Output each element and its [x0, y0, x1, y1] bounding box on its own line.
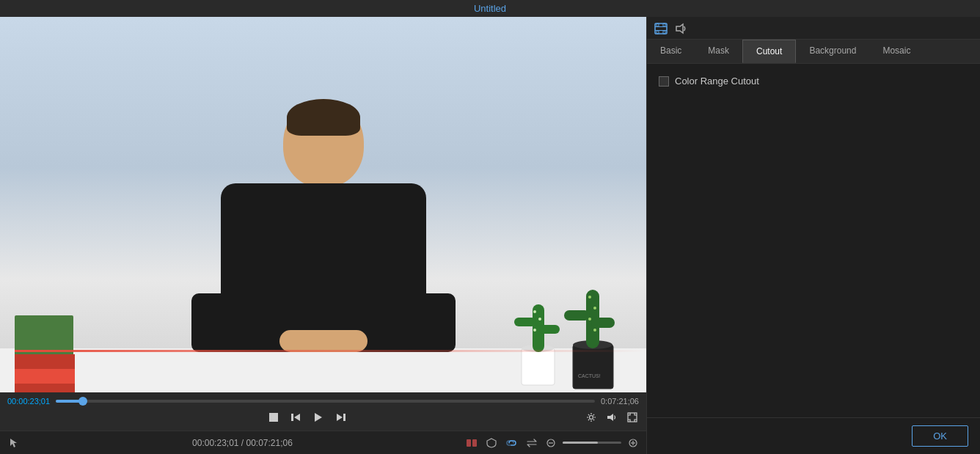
play-button[interactable] — [311, 410, 326, 425]
next-frame-button[interactable] — [334, 411, 348, 424]
volume-button[interactable] — [605, 411, 618, 424]
ok-button[interactable]: OK — [912, 425, 968, 447]
svg-point-16 — [593, 329, 596, 332]
settings-button[interactable] — [585, 411, 598, 424]
svg-point-6 — [538, 318, 541, 321]
svg-point-24 — [590, 416, 593, 420]
svg-marker-27 — [10, 439, 17, 447]
plus-zoom-button[interactable] — [627, 437, 639, 449]
playback-right — [585, 411, 639, 424]
time-current: 00:00:23;01 — [7, 397, 50, 406]
person-hands — [279, 330, 368, 352]
minus-zoom-button[interactable] — [545, 437, 557, 449]
tab-background[interactable]: Background — [796, 40, 869, 63]
svg-rect-29 — [472, 439, 477, 447]
video-panel: CACTUS! 00:00:23;01 0:07:21;06 — [0, 17, 646, 454]
person-figure — [221, 99, 426, 352]
video-container: CACTUS! — [0, 17, 646, 392]
right-panel: Basic Mask Cutout Background Mosaic Colo… — [646, 17, 980, 454]
swap-button[interactable] — [524, 436, 539, 450]
stop-button[interactable] — [267, 411, 280, 424]
progress-track[interactable] — [56, 400, 595, 403]
panel-footer: OK — [647, 417, 980, 454]
progress-thumb[interactable] — [78, 397, 87, 406]
svg-point-15 — [588, 318, 591, 321]
svg-marker-22 — [337, 414, 343, 421]
book-red1 — [15, 354, 75, 370]
svg-point-7 — [533, 329, 536, 332]
svg-rect-23 — [343, 414, 345, 421]
controls-bar: 00:00:23;01 0:07:21;06 — [0, 392, 646, 431]
playback-center — [267, 410, 348, 425]
svg-rect-11 — [564, 310, 590, 321]
tool-cursor-button[interactable] — [7, 436, 21, 450]
main-content: CACTUS! 00:00:23;01 0:07:21;06 — [0, 17, 980, 454]
shield-button[interactable] — [485, 436, 498, 450]
svg-rect-28 — [467, 439, 471, 447]
window-title: Untitled — [474, 3, 506, 14]
tabs-row: Basic Mask Cutout Background Mosaic — [647, 40, 980, 64]
status-bar: 00:00:23;01 / 00:07:21;06 — [0, 431, 646, 454]
svg-rect-3 — [514, 318, 536, 326]
svg-point-5 — [533, 310, 536, 313]
timeline-row: 00:00:23;01 0:07:21;06 — [7, 395, 639, 407]
svg-rect-4 — [539, 325, 560, 334]
title-bar: Untitled — [0, 0, 980, 17]
tab-cutout[interactable]: Cutout — [742, 40, 796, 63]
audio-icon[interactable] — [675, 21, 687, 34]
tab-basic[interactable]: Basic — [647, 40, 695, 63]
svg-rect-12 — [591, 318, 615, 328]
svg-point-13 — [588, 296, 591, 299]
cactus-svg: CACTUS! — [507, 260, 624, 392]
svg-rect-18 — [269, 413, 278, 422]
video-preview: CACTUS! — [0, 17, 646, 392]
fullscreen-button[interactable] — [626, 411, 639, 424]
svg-marker-25 — [607, 414, 613, 421]
svg-marker-19 — [294, 414, 300, 421]
prev-frame-button[interactable] — [289, 411, 302, 424]
person-hair — [287, 99, 360, 136]
book-red3 — [15, 384, 75, 392]
color-range-checkbox[interactable] — [659, 76, 669, 87]
red-accent-line — [15, 350, 646, 352]
zoom-slider[interactable] — [563, 442, 621, 444]
tab-mosaic[interactable]: Mosaic — [869, 40, 924, 63]
person-body — [221, 183, 426, 352]
status-tools — [464, 436, 639, 450]
time-total: 0:07:21;06 — [601, 397, 639, 406]
clip-tool-button[interactable] — [464, 436, 479, 450]
playback-row — [7, 407, 639, 428]
book-red2 — [15, 369, 75, 385]
tab-mask[interactable]: Mask — [695, 40, 742, 63]
books-decoration — [15, 304, 81, 392]
status-time: 00:00:23;01 / 00:07:21;06 — [21, 438, 464, 448]
person-head — [283, 99, 364, 187]
svg-rect-26 — [628, 413, 637, 422]
link-button[interactable] — [504, 436, 519, 450]
svg-marker-21 — [315, 413, 322, 422]
cactus-decoration: CACTUS! — [507, 260, 624, 392]
panel-content: Color Range Cutout — [647, 64, 980, 417]
film-icon[interactable] — [654, 21, 668, 34]
zoom-fill — [563, 442, 598, 444]
svg-rect-0 — [522, 348, 555, 385]
svg-text:CACTUS!: CACTUS! — [578, 373, 601, 378]
panel-top-bar — [647, 17, 980, 40]
color-range-cutout-row: Color Range Cutout — [659, 76, 968, 87]
person-arms — [191, 293, 456, 352]
color-range-label: Color Range Cutout — [675, 76, 759, 87]
svg-point-14 — [593, 307, 596, 310]
svg-rect-20 — [291, 414, 293, 421]
svg-marker-42 — [676, 24, 683, 33]
